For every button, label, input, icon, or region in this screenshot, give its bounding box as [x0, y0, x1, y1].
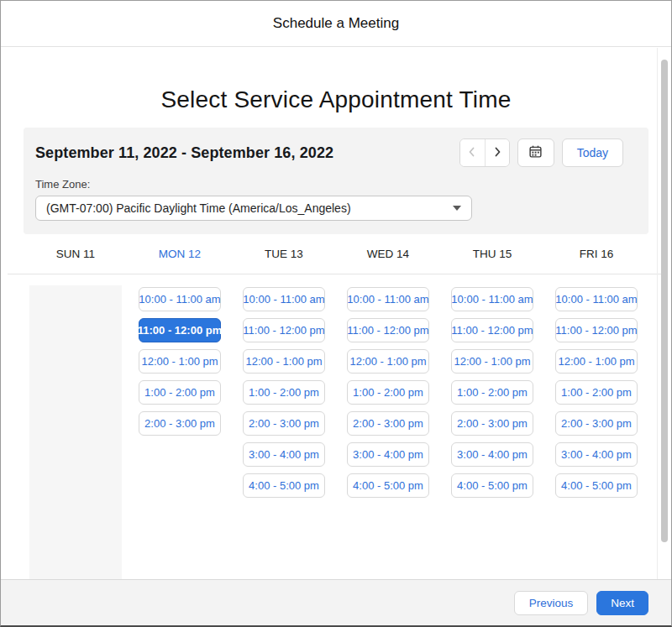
- time-slot-button[interactable]: 2:00 - 3:00 pm: [139, 411, 221, 436]
- day-column-mon-12: 10:00 - 11:00 am11:00 - 12:00 pm12:00 - …: [128, 287, 232, 442]
- time-slot-button[interactable]: 12:00 - 1:00 pm: [139, 349, 221, 374]
- time-slot-button[interactable]: 3:00 - 4:00 pm: [555, 442, 638, 467]
- scroll-content: Select Service Appointment Time Septembe…: [1, 48, 671, 579]
- time-slot-button[interactable]: 1:00 - 2:00 pm: [139, 380, 221, 405]
- day-column-sun-11: [24, 287, 128, 579]
- time-slot-button[interactable]: 4:00 - 5:00 pm: [243, 473, 325, 498]
- nav-controls: Today: [459, 138, 623, 167]
- time-slot-button[interactable]: 2:00 - 3:00 pm: [451, 411, 533, 436]
- time-slot-button[interactable]: 10:00 - 11:00 am: [451, 287, 533, 311]
- day-header-row: SUN 11MON 12TUE 13WED 14THU 15FRI 16: [24, 234, 648, 274]
- time-slot-button[interactable]: 3:00 - 4:00 pm: [451, 442, 533, 467]
- panel-top-row: September 11, 2022 - September 16, 2022: [35, 138, 637, 167]
- time-slot-button[interactable]: 1:00 - 2:00 pm: [347, 380, 429, 405]
- day-header-mon-12: MON 12: [128, 248, 232, 260]
- day-header-fri-16: FRI 16: [544, 248, 648, 260]
- chevron-right-icon: [491, 146, 503, 160]
- time-slot-button[interactable]: 11:00 - 12:00 pm: [555, 318, 638, 342]
- today-button[interactable]: Today: [562, 138, 623, 167]
- time-slot-button-selected[interactable]: 11:00 - 12:00 pm: [139, 318, 221, 342]
- day-column-fri-16: 10:00 - 11:00 am11:00 - 12:00 pm12:00 - …: [544, 287, 648, 504]
- previous-week-button[interactable]: [460, 139, 485, 166]
- time-slot-button[interactable]: 2:00 - 3:00 pm: [347, 411, 429, 436]
- timezone-label: Time Zone:: [35, 178, 637, 191]
- modal-titlebar: Schedule a Meeting: [1, 1, 671, 47]
- date-toolbar-panel: September 11, 2022 - September 16, 2022: [24, 128, 648, 234]
- schedule-meeting-modal: Schedule a Meeting Select Service Appoin…: [0, 0, 672, 627]
- next-button[interactable]: Next: [596, 591, 648, 615]
- day-header-sun-11: SUN 11: [24, 248, 128, 260]
- time-slot-button[interactable]: 4:00 - 5:00 pm: [555, 473, 638, 498]
- date-range-label: September 11, 2022 - September 16, 2022: [35, 144, 333, 162]
- unavailable-day-block: [29, 285, 122, 579]
- timezone-select[interactable]: (GMT-07:00) Pacific Daylight Time (Ameri…: [35, 196, 472, 221]
- time-slot-button[interactable]: 1:00 - 2:00 pm: [555, 380, 638, 405]
- time-slot-button[interactable]: 10:00 - 11:00 am: [347, 287, 429, 311]
- timezone-selected-value: (GMT-07:00) Pacific Daylight Time (Ameri…: [46, 201, 351, 215]
- vertical-scrollbar-thumb[interactable]: [661, 60, 668, 542]
- next-week-button[interactable]: [485, 139, 509, 166]
- time-slot-button[interactable]: 12:00 - 1:00 pm: [555, 349, 638, 374]
- caret-down-icon: [453, 206, 461, 211]
- time-slot-button[interactable]: 4:00 - 5:00 pm: [451, 473, 533, 498]
- time-slot-button[interactable]: 12:00 - 1:00 pm: [243, 349, 325, 374]
- scrollbar-track: [657, 48, 658, 579]
- time-slot-button[interactable]: 12:00 - 1:00 pm: [451, 349, 533, 374]
- day-column-thu-15: 10:00 - 11:00 am11:00 - 12:00 pm12:00 - …: [440, 287, 544, 504]
- time-slot-button[interactable]: 11:00 - 12:00 pm: [347, 318, 429, 342]
- time-slot-grid: 10:00 - 11:00 am11:00 - 12:00 pm12:00 - …: [24, 274, 648, 579]
- time-slot-button[interactable]: 10:00 - 11:00 am: [139, 287, 221, 311]
- day-column-tue-13: 10:00 - 11:00 am11:00 - 12:00 pm12:00 - …: [232, 287, 336, 504]
- time-slot-button[interactable]: 1:00 - 2:00 pm: [451, 380, 533, 405]
- time-slot-button[interactable]: 3:00 - 4:00 pm: [243, 442, 325, 467]
- time-slot-button[interactable]: 10:00 - 11:00 am: [555, 287, 638, 311]
- time-slot-button[interactable]: 1:00 - 2:00 pm: [243, 380, 325, 405]
- modal-footer: Previous Next: [1, 579, 671, 625]
- time-slot-button[interactable]: 12:00 - 1:00 pm: [347, 349, 429, 374]
- open-calendar-button[interactable]: [517, 138, 554, 167]
- day-header-tue-13: TUE 13: [232, 248, 336, 260]
- chevron-left-icon: [466, 146, 478, 160]
- modal-title: Schedule a Meeting: [273, 15, 399, 32]
- time-slot-button[interactable]: 11:00 - 12:00 pm: [451, 318, 533, 342]
- time-slot-button[interactable]: 11:00 - 12:00 pm: [243, 318, 325, 342]
- time-slot-button[interactable]: 3:00 - 4:00 pm: [347, 442, 429, 467]
- time-slot-button[interactable]: 2:00 - 3:00 pm: [555, 411, 638, 436]
- time-slot-button[interactable]: 2:00 - 3:00 pm: [243, 411, 325, 436]
- day-column-wed-14: 10:00 - 11:00 am11:00 - 12:00 pm12:00 - …: [336, 287, 440, 504]
- day-header-wed-14: WED 14: [336, 248, 440, 260]
- page-title: Select Service Appointment Time: [1, 86, 671, 113]
- calendar-icon: [528, 144, 543, 161]
- week-nav-group: [459, 138, 510, 167]
- previous-button[interactable]: Previous: [514, 591, 589, 615]
- day-header-thu-15: THU 15: [440, 248, 544, 260]
- time-slot-button[interactable]: 10:00 - 11:00 am: [243, 287, 325, 311]
- time-slot-button[interactable]: 4:00 - 5:00 pm: [347, 473, 429, 498]
